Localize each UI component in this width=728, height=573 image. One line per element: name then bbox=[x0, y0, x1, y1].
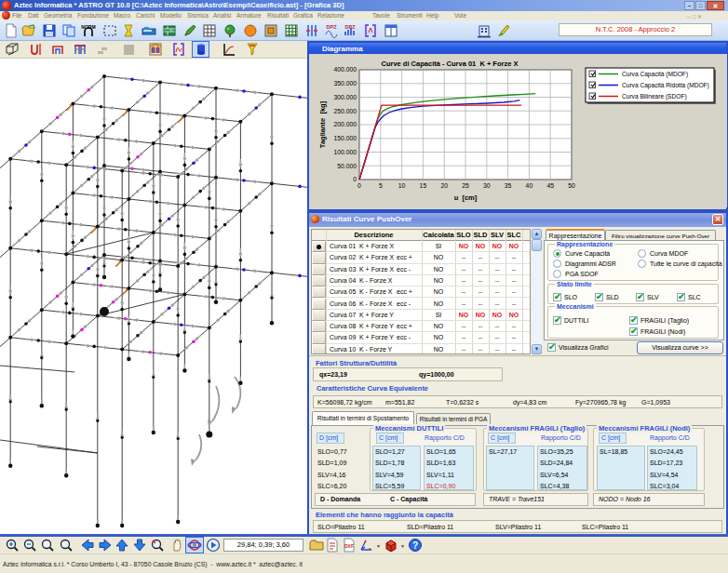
svg-text:150.000: 150.000 bbox=[333, 135, 357, 141]
svg-text:10: 10 bbox=[398, 182, 406, 189]
svg-text:200.000: 200.000 bbox=[333, 121, 357, 127]
svg-text:250.000: 250.000 bbox=[333, 108, 357, 114]
svg-text:40: 40 bbox=[526, 182, 533, 189]
svg-text:Curva Capacità (MDOF): Curva Capacità (MDOF) bbox=[622, 71, 688, 78]
svg-text:400.000: 400.000 bbox=[333, 66, 357, 73]
svg-text:350.000: 350.000 bbox=[333, 80, 357, 87]
svg-text:300.000: 300.000 bbox=[333, 94, 357, 100]
svg-text:DPZ: DPZ bbox=[327, 24, 338, 30]
svg-text:0: 0 bbox=[357, 182, 361, 189]
svg-text:u [cm]: u [cm] bbox=[454, 193, 478, 202]
svg-text:100.000: 100.000 bbox=[333, 149, 357, 155]
svg-text:Curve di Capacità - Curva 01: Curve di Capacità - Curva 01 K + Forze X bbox=[382, 60, 519, 68]
svg-text:?: ? bbox=[412, 540, 418, 551]
svg-text:25: 25 bbox=[462, 182, 469, 189]
svg-text:50.000: 50.000 bbox=[337, 163, 357, 169]
svg-text:Curva Bilineare (SDOF): Curva Bilineare (SDOF) bbox=[622, 93, 687, 100]
svg-text:NORM: NORM bbox=[81, 24, 95, 30]
svg-text:DXF: DXF bbox=[344, 543, 354, 549]
svg-text:5: 5 bbox=[379, 182, 383, 189]
svg-text:45: 45 bbox=[546, 182, 554, 189]
svg-text:Curva Capacità Ridotta (MDOF): Curva Capacità Ridotta (MDOF) bbox=[622, 82, 709, 89]
svg-text:35: 35 bbox=[505, 182, 512, 189]
svg-text:0: 0 bbox=[353, 176, 357, 182]
svg-text:30: 30 bbox=[483, 182, 491, 189]
svg-text:50: 50 bbox=[568, 182, 575, 189]
svg-text:20: 20 bbox=[440, 182, 448, 189]
svg-text:15: 15 bbox=[420, 182, 427, 189]
svg-text:Tagliante [kg]: Tagliante [kg] bbox=[318, 100, 327, 148]
